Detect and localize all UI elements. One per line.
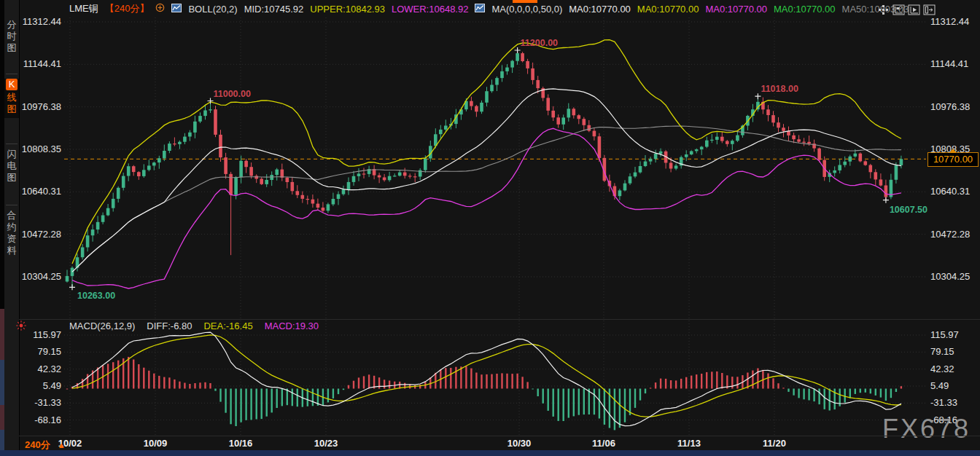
price-axis-label-left: 10472.28 — [19, 229, 61, 240]
date-axis-label: 11/20 — [763, 438, 786, 449]
macd-axis-label-right: 42.32 — [930, 363, 954, 374]
trading-chart-window: 分时图K线图闪电图合约资料 LME铜 【240分】 BOLL(20,2) MID… — [0, 0, 980, 456]
macd-diff-value: DIFF:-6.80 — [147, 321, 192, 331]
date-axis-label: 10/09 — [144, 438, 168, 449]
macd-axis-label-left: -31.33 — [19, 397, 61, 408]
watermark: FX678 — [882, 414, 971, 444]
macd-lines — [72, 332, 901, 426]
date-axis-label: 10/30 — [508, 438, 532, 449]
price-axis-label-left: 10976.38 — [19, 101, 61, 112]
macd-name: MACD(26,12,9) — [69, 321, 135, 331]
price-marker-icon — [949, 149, 957, 153]
current-price-value: 10770.00 — [933, 154, 973, 165]
panel-separator — [19, 319, 980, 320]
price-axis-label-right: 10640.31 — [930, 186, 970, 197]
price-annotations: 11000.0011200.0011018.0010263.0010607.50 — [69, 38, 928, 301]
macd-axis-label-right: -31.33 — [930, 397, 957, 408]
price-axis-label-right: 10472.28 — [930, 229, 970, 240]
macd-axis-label-left: 42.32 — [19, 363, 61, 374]
macd-axis-label-left: 115.97 — [19, 329, 61, 340]
period-badge-label: 240分 — [25, 439, 50, 450]
current-price-tag: 10770.00 — [928, 152, 979, 167]
price-axis-label-right: 10976.38 — [930, 101, 970, 112]
gridlines — [64, 17, 926, 436]
taskbar-strip — [0, 450, 980, 456]
svg-text:11200.00: 11200.00 — [521, 38, 558, 48]
price-axis-label-right: 11312.44 — [930, 16, 969, 27]
macd-dea-value: DEA:-16.45 — [203, 321, 252, 331]
macd-macd-value: MACD:19.30 — [265, 321, 319, 331]
triangle-up-icon: ▲ — [58, 441, 66, 449]
date-axis-label: 11/13 — [677, 438, 701, 449]
main-overlays — [72, 40, 901, 288]
price-axis-label-left: 11312.44 — [19, 16, 61, 27]
macd-axis-label-left: 5.49 — [19, 380, 61, 391]
svg-text:11000.00: 11000.00 — [214, 89, 251, 99]
macd-header: MACD(26,12,9) DIFF:-6.80 DEA:-16.45 MACD… — [69, 321, 319, 331]
chart-canvas[interactable]: 11000.0011200.0011018.0010263.0010607.50 — [0, 0, 980, 456]
price-axis-label-right: 10304.25 — [930, 271, 970, 282]
macd-axis-label-right: 5.49 — [930, 380, 949, 391]
price-axis-label-left: 10808.35 — [19, 144, 61, 154]
svg-text:10607.50: 10607.50 — [890, 205, 928, 215]
macd-axis-label-right: 79.15 — [930, 346, 954, 357]
candles — [66, 50, 903, 287]
price-axis-label-left: 10304.25 — [19, 271, 61, 282]
macd-axis-label-right: 115.97 — [930, 329, 959, 340]
date-axis-label: 11/06 — [592, 438, 615, 449]
axis-separator — [19, 436, 980, 436]
macd-histogram — [66, 357, 902, 431]
date-axis-label: 10/23 — [314, 438, 338, 449]
svg-text:11018.00: 11018.00 — [761, 84, 798, 94]
price-axis-label-right: 11144.41 — [930, 58, 968, 69]
macd-axis-label-left: 79.15 — [19, 346, 61, 357]
macd-axis-label-left: -68.16 — [19, 414, 61, 425]
date-axis-label: 10/16 — [229, 438, 253, 449]
price-axis-label-left: 11144.41 — [19, 58, 61, 69]
price-axis-label-left: 10640.31 — [19, 186, 61, 197]
svg-text:10263.00: 10263.00 — [77, 291, 115, 301]
